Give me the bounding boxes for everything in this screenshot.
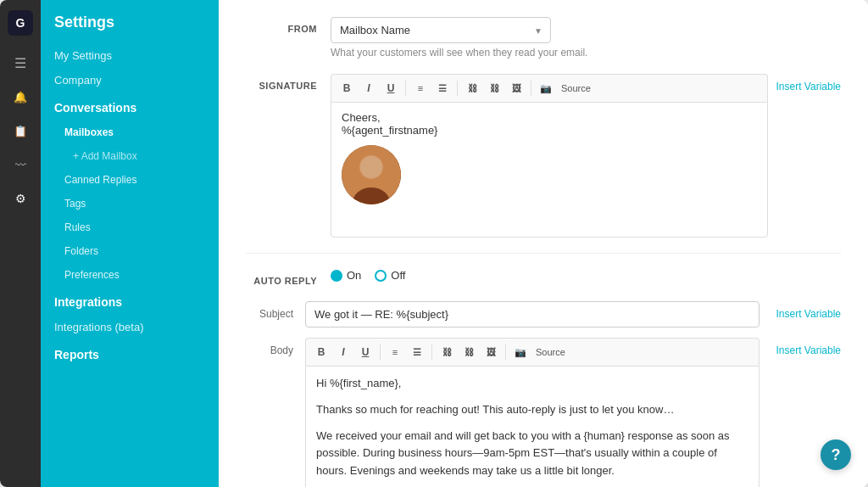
- body-editor[interactable]: Hi %{first_name}, Thanks so much for rea…: [305, 366, 760, 487]
- form-divider: [246, 253, 841, 254]
- icon-sidebar: G ☰ 🔔 📋 〰 ⚙: [0, 0, 41, 487]
- sidebar-item-folders[interactable]: Folders: [41, 239, 219, 263]
- body-insert-variable[interactable]: Insert Variable: [768, 338, 841, 356]
- notes-icon[interactable]: 📋: [7, 117, 34, 144]
- settings-icon[interactable]: ⚙: [7, 185, 34, 212]
- signature-unlink-button[interactable]: ⛓: [484, 78, 504, 98]
- body-ul-button[interactable]: ☰: [407, 342, 427, 362]
- radio-off-circle: [375, 270, 387, 282]
- sidebar-item-reports[interactable]: Reports: [41, 339, 219, 367]
- sidebar-item-tags[interactable]: Tags: [41, 192, 219, 216]
- signature-editor-row: B I U ≡ ☰ ⛓ ⛓ 🖼 📷 Source: [331, 74, 841, 238]
- auto-reply-radio-group: On Off: [331, 269, 841, 282]
- sidebar-item-preferences[interactable]: Preferences: [41, 263, 219, 287]
- body-line-1: Hi %{first_name},: [316, 375, 748, 393]
- bell-icon[interactable]: 🔔: [7, 83, 34, 110]
- auto-reply-label: AUTO REPLY: [246, 269, 331, 286]
- signature-toolbar: B I U ≡ ☰ ⛓ ⛓ 🖼 📷 Source: [331, 74, 768, 102]
- body-line-2: Thanks so much for reaching out! This au…: [316, 401, 748, 419]
- signature-editor[interactable]: Cheers, %{agent_firstname}: [331, 102, 768, 238]
- signature-editor-wrapper: B I U ≡ ☰ ⛓ ⛓ 🖼 📷 Source: [331, 74, 768, 238]
- nav-sidebar: Settings My Settings Company Conversatio…: [41, 0, 219, 487]
- subject-input[interactable]: [305, 301, 760, 327]
- sidebar-item-company[interactable]: Company: [41, 68, 219, 92]
- sidebar-item-my-settings[interactable]: My Settings: [41, 43, 219, 68]
- sidebar-item-conversations[interactable]: Conversations: [41, 92, 219, 120]
- signature-italic-button[interactable]: I: [359, 78, 379, 98]
- subject-content: Insert Variable: [305, 301, 841, 327]
- activity-icon[interactable]: 〰: [7, 151, 34, 178]
- from-content: Mailbox Name Support Sales ▼ What your c…: [331, 17, 841, 59]
- body-image-button[interactable]: 🖼: [481, 342, 501, 362]
- sidebar-item-integrations[interactable]: Integrations: [41, 287, 219, 315]
- auto-reply-row: AUTO REPLY On Off: [246, 269, 841, 286]
- subject-row: Subject Insert Variable: [246, 301, 841, 327]
- signature-content: B I U ≡ ☰ ⛓ ⛓ 🖼 📷 Source: [331, 74, 841, 238]
- auto-reply-off-option[interactable]: Off: [375, 269, 405, 282]
- body-row: Body B I U ≡ ☰ ⛓ ⛓ 🖼 📷: [246, 338, 841, 487]
- auto-reply-content: On Off: [331, 269, 841, 286]
- signature-text-line1: Cheers,: [342, 111, 757, 124]
- body-label: Body: [246, 338, 305, 356]
- subject-insert-variable[interactable]: Insert Variable: [768, 301, 841, 320]
- app-window: G ☰ 🔔 📋 〰 ⚙ Settings My Settings Company…: [0, 0, 868, 487]
- auto-reply-on-option[interactable]: On: [331, 269, 361, 282]
- sidebar-item-mailboxes[interactable]: Mailboxes: [41, 120, 219, 144]
- from-helper-text: What your customers will see when they r…: [331, 47, 841, 59]
- body-editor-wrapper: B I U ≡ ☰ ⛓ ⛓ 🖼 📷 Source: [305, 338, 760, 487]
- signature-source-button[interactable]: Source: [558, 81, 594, 95]
- from-row: FROM Mailbox Name Support Sales ▼ What y…: [246, 17, 841, 59]
- signature-row: SIGNATURE B I U ≡ ☰ ⛓ ⛓: [246, 74, 841, 238]
- signature-label: SIGNATURE: [246, 74, 331, 238]
- body-toolbar-sep-1: [380, 344, 381, 360]
- body-img-link-button[interactable]: 📷: [510, 342, 531, 362]
- help-button[interactable]: ?: [821, 439, 851, 470]
- signature-bold-button[interactable]: B: [337, 78, 357, 98]
- body-italic-button[interactable]: I: [333, 342, 353, 362]
- body-source-button[interactable]: Source: [532, 345, 569, 359]
- sidebar-item-canned-replies[interactable]: Canned Replies: [41, 168, 219, 192]
- radio-on-label: On: [347, 269, 361, 282]
- mailbox-select-wrapper: Mailbox Name Support Sales ▼: [331, 17, 551, 43]
- signature-imagelink-button[interactable]: 📷: [536, 78, 556, 98]
- signature-ul-button[interactable]: ☰: [432, 78, 453, 98]
- sidebar-title: Settings: [41, 14, 219, 43]
- body-toolbar-sep-2: [431, 344, 432, 360]
- subject-label: Subject: [246, 301, 305, 320]
- app-logo: G: [8, 10, 33, 36]
- toolbar-sep-3: [531, 81, 531, 96]
- signature-text-line2: %{agent_firstname}: [342, 124, 757, 137]
- toolbar-sep-1: [405, 81, 406, 96]
- menu-icon[interactable]: ☰: [7, 49, 34, 76]
- radio-on-circle: [331, 270, 342, 282]
- sidebar-item-integrations-beta[interactable]: Integrations (beta): [41, 315, 219, 339]
- signature-insert-variable[interactable]: Insert Variable: [768, 74, 841, 92]
- signature-underline-button[interactable]: U: [381, 78, 401, 98]
- body-link-button[interactable]: ⛓: [437, 342, 457, 362]
- body-bold-button[interactable]: B: [311, 342, 331, 362]
- body-content: B I U ≡ ☰ ⛓ ⛓ 🖼 📷 Source: [305, 338, 841, 487]
- body-unlink-button[interactable]: ⛓: [459, 342, 479, 362]
- avatar-image: [342, 145, 401, 204]
- sidebar-item-rules[interactable]: Rules: [41, 216, 219, 239]
- main-content: FROM Mailbox Name Support Sales ▼ What y…: [219, 0, 868, 487]
- signature-ol-button[interactable]: ≡: [410, 78, 431, 98]
- body-toolbar-sep-3: [505, 344, 506, 360]
- body-ol-button[interactable]: ≡: [385, 342, 405, 362]
- body-line-3: We received your email and will get back…: [316, 428, 748, 480]
- body-toolbar: B I U ≡ ☰ ⛓ ⛓ 🖼 📷 Source: [305, 338, 760, 366]
- toolbar-sep-2: [457, 81, 458, 96]
- from-label: FROM: [246, 17, 331, 59]
- mailbox-select[interactable]: Mailbox Name Support Sales: [331, 17, 551, 43]
- signature-image-button[interactable]: 🖼: [506, 78, 526, 98]
- svg-point-3: [360, 156, 382, 178]
- signature-link-button[interactable]: ⛓: [462, 78, 482, 98]
- radio-off-label: Off: [391, 269, 405, 282]
- signature-avatar: [342, 145, 401, 204]
- sidebar-item-add-mailbox[interactable]: + Add Mailbox: [41, 144, 219, 168]
- body-underline-button[interactable]: U: [355, 342, 376, 362]
